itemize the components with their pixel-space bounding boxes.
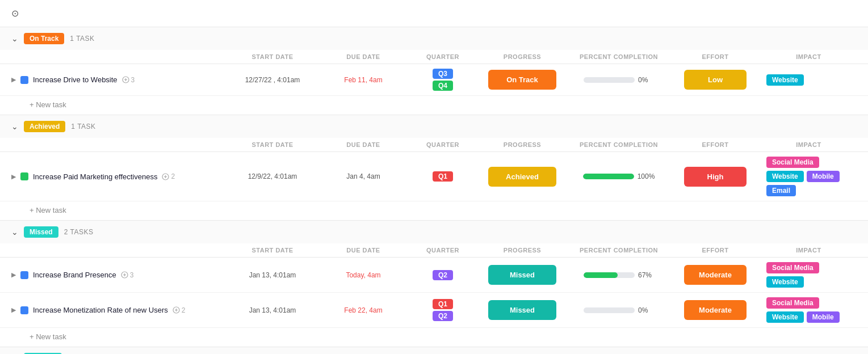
percent-text: 0% <box>638 306 654 314</box>
task-count-achieved: 1 TASK <box>71 123 95 130</box>
table-header-ontrack: START DATE DUE DATE QUARTER PROGRESS PER… <box>0 50 868 64</box>
progress-cell: Achieved <box>477 167 568 187</box>
quarter-cell: Q2 <box>409 270 477 280</box>
col-progress: PROGRESS <box>477 247 568 254</box>
due-date-cell: Jan 4, 4am <box>318 172 409 180</box>
section-chevron-ontrack[interactable]: ⌄ <box>11 34 18 43</box>
quarter-tag: Q4 <box>433 81 453 91</box>
percent-text: 0% <box>638 76 654 84</box>
expand-arrow[interactable]: ▶ <box>11 76 16 83</box>
task-dot <box>20 271 28 279</box>
progress-cell: Missed <box>477 300 568 320</box>
collapse-icon[interactable]: ⊙ <box>11 8 19 19</box>
quarter-cell: Q1Q2 <box>409 299 477 321</box>
section-achieved: ⌄ Achieved 1 TASK START DATE DUE DATE QU… <box>0 115 868 221</box>
progress-badge: Missed <box>488 265 556 285</box>
quarter-tag: Q1 <box>433 299 453 309</box>
task-count-ontrack: 1 TASK <box>70 35 94 43</box>
task-name-cell: ▶ Increase Monetization Rate of new User… <box>11 306 227 314</box>
percent-cell: 0% <box>568 76 670 84</box>
col-task <box>11 141 227 148</box>
impact-cell: Social MediaWebsite <box>761 262 857 288</box>
task-name: Increase Monetization Rate of new Users <box>33 306 168 314</box>
quarter-tag: Q2 <box>433 311 453 321</box>
col-quarter: QUARTER <box>409 247 477 254</box>
start-date-cell: 12/27/22 , 4:01am <box>227 76 318 84</box>
table-header-achieved: START DATE DUE DATE QUARTER PROGRESS PER… <box>0 138 868 152</box>
task-name-cell: ▶ Increase Paid Marketing effectiveness … <box>11 172 227 181</box>
expand-arrow[interactable]: ▶ <box>11 173 16 180</box>
subtask-icon <box>162 173 169 180</box>
col-effort: EFFORT <box>670 53 761 60</box>
progress-cell: On Track <box>477 70 568 90</box>
progress-bar-fill <box>584 272 618 278</box>
task-name: Increase Brand Presence <box>33 271 116 279</box>
section-chevron-missed[interactable]: ⌄ <box>11 227 18 237</box>
section-chevron-achieved[interactable]: ⌄ <box>11 122 18 131</box>
due-date-cell: Feb 11, 4am <box>318 76 409 84</box>
col-due-date: DUE DATE <box>318 247 409 254</box>
task-name: Increase Paid Marketing effectiveness <box>33 172 157 181</box>
new-task-row[interactable]: + New task <box>0 328 868 347</box>
new-task-row[interactable]: + New task <box>0 96 868 115</box>
subtask-icon <box>121 271 128 279</box>
progress-bar-bg <box>583 174 634 179</box>
section-header-ontrack: ⌄ On Track 1 TASK <box>0 27 868 50</box>
col-task <box>11 247 227 254</box>
table-row: ▶ Increase Paid Marketing effectiveness … <box>0 152 868 201</box>
col-due-date: DUE DATE <box>318 53 409 60</box>
task-dot <box>20 172 28 180</box>
percent-text: 67% <box>638 271 654 279</box>
progress-bar-bg <box>584 272 635 278</box>
progress-badge: Missed <box>488 300 556 320</box>
section-header-onhold: ⌄ On Hold 1 TASK <box>0 347 868 354</box>
percent-text: 100% <box>638 172 655 180</box>
col-percent: PERCENT COMPLETION <box>568 247 670 254</box>
subtask-icon <box>173 306 180 314</box>
task-name-cell: ▶ Increase Drive to Website 3 <box>11 75 227 84</box>
impact-cell: Social MediaWebsiteMobileEmail <box>761 157 857 196</box>
impact-tag: Website <box>766 171 804 182</box>
section-header-missed: ⌄ Missed 2 TASKS <box>0 221 868 243</box>
start-date-cell: 12/9/22, 4:01am <box>227 172 318 180</box>
effort-badge: Moderate <box>684 300 747 320</box>
effort-badge: High <box>684 167 747 187</box>
col-quarter: QUARTER <box>409 141 477 148</box>
impact-tag: Social Media <box>766 262 819 273</box>
subtask-badge: 2 <box>173 306 186 314</box>
impact-tag: Social Media <box>766 297 819 309</box>
effort-cell: Moderate <box>670 265 761 285</box>
quarter-tag: Q1 <box>433 171 453 182</box>
status-badge-achieved: Achieved <box>24 121 65 132</box>
col-impact: IMPACT <box>761 141 857 148</box>
status-badge-missed: Missed <box>24 226 58 238</box>
page: ⊙ ⌄ On Track 1 TASK START DATE DUE DATE … <box>0 0 868 354</box>
percent-cell: 100% <box>568 172 670 180</box>
sections-container: ⌄ On Track 1 TASK START DATE DUE DATE QU… <box>0 27 868 354</box>
table-row: ▶ Increase Monetization Rate of new User… <box>0 293 868 328</box>
impact-tag: Mobile <box>807 311 840 323</box>
section-onhold: ⌄ On Hold 1 TASK START DATE DUE DATE QUA… <box>0 347 868 354</box>
col-impact: IMPACT <box>761 53 857 60</box>
progress-bar-bg <box>584 77 635 83</box>
expand-arrow[interactable]: ▶ <box>11 306 16 314</box>
subtask-badge: 3 <box>121 271 134 279</box>
effort-cell: Low <box>670 70 761 90</box>
col-task <box>11 53 227 60</box>
task-dot <box>20 76 28 84</box>
col-progress: PROGRESS <box>477 53 568 60</box>
col-quarter: QUARTER <box>409 53 477 60</box>
task-count-missed: 2 TASKS <box>64 228 94 236</box>
impact-cell: Social MediaWebsiteMobile <box>761 297 857 323</box>
progress-badge: Achieved <box>488 167 556 187</box>
new-task-row[interactable]: + New task <box>0 201 868 220</box>
quarter-cell: Q3Q4 <box>409 69 477 91</box>
status-badge-ontrack: On Track <box>24 33 64 44</box>
expand-arrow[interactable]: ▶ <box>11 271 16 279</box>
impact-tag: Email <box>766 185 796 196</box>
table-row: ▶ Increase Drive to Website 3 12/27/22 ,… <box>0 64 868 96</box>
quarter-cell: Q1 <box>409 171 477 182</box>
col-start-date: START DATE <box>227 247 318 254</box>
percent-cell: 0% <box>568 306 670 314</box>
impact-tag: Mobile <box>807 171 840 182</box>
